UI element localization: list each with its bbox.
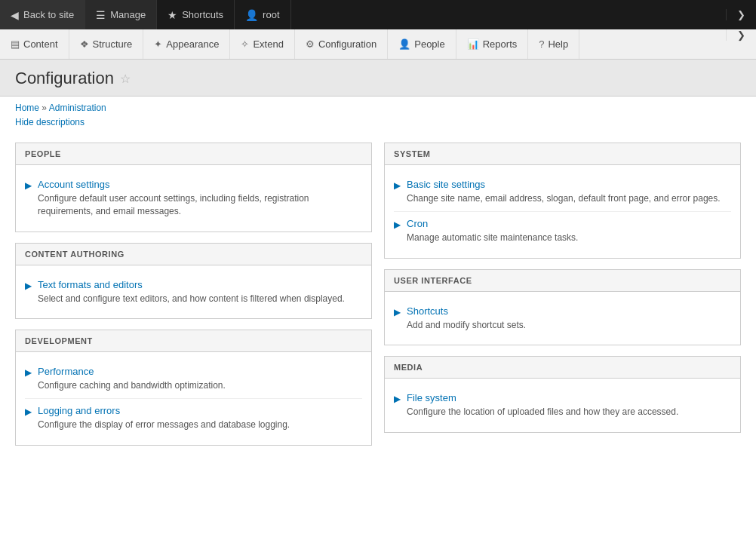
list-item: ▶ Account settings Configure default use… bbox=[25, 173, 362, 224]
extend-label: Extend bbox=[253, 38, 283, 50]
shortcuts-star-icon: ★ bbox=[167, 9, 177, 21]
manage-button[interactable]: ☰ Manage bbox=[85, 0, 157, 29]
config-content: Performance Configure caching and bandwi… bbox=[38, 366, 226, 392]
shortcuts-label: Shortcuts bbox=[182, 9, 223, 20]
manage-icon: ☰ bbox=[96, 9, 106, 21]
logging-errors-desc: Configure the display of error messages … bbox=[38, 419, 290, 431]
basic-site-settings-desc: Change site name, email address, slogan,… bbox=[407, 192, 721, 205]
back-to-site-button[interactable]: ◀ Back to site bbox=[0, 0, 85, 29]
page-title: Configuration ☆ bbox=[15, 69, 741, 88]
section-content-authoring: CONTENT AUTHORING ▶ Text formats and edi… bbox=[15, 243, 372, 320]
nav-right: ❯ bbox=[726, 29, 756, 59]
tab-people[interactable]: 👤 People bbox=[388, 29, 456, 59]
basic-site-settings-link[interactable]: Basic site settings bbox=[407, 179, 485, 190]
nav-expand-icon: ❯ bbox=[737, 29, 745, 41]
performance-link[interactable]: Performance bbox=[38, 366, 94, 377]
reports-icon: 📊 bbox=[467, 38, 479, 50]
logging-errors-link[interactable]: Logging and errors bbox=[38, 405, 120, 416]
section-media: MEDIA ▶ File system Configure the locati… bbox=[384, 356, 741, 433]
user-label: root bbox=[263, 9, 279, 20]
config-content: Cron Manage automatic site maintenance t… bbox=[407, 218, 578, 244]
list-item: ▶ Logging and errors Configure the displ… bbox=[25, 399, 362, 437]
expand-icon: ❯ bbox=[737, 9, 745, 20]
list-item: ▶ File system Configure the location of … bbox=[394, 386, 731, 425]
file-system-desc: Configure the location of uploaded files… bbox=[407, 406, 678, 419]
structure-label: Structure bbox=[93, 38, 133, 50]
account-settings-link[interactable]: Account settings bbox=[38, 179, 109, 190]
breadcrumb: Home » Administration bbox=[0, 97, 756, 116]
cron-link[interactable]: Cron bbox=[407, 218, 428, 229]
configuration-label: Configuration bbox=[318, 38, 376, 50]
page-title-text: Configuration bbox=[15, 69, 114, 88]
help-icon: ? bbox=[539, 38, 544, 50]
structure-icon: ❖ bbox=[80, 38, 89, 50]
nav-tabs: ▤ Content ❖ Structure ✦ Appearance ✧ Ext… bbox=[0, 29, 756, 60]
section-content-authoring-body: ▶ Text formats and editors Select and co… bbox=[16, 265, 371, 319]
appearance-label: Appearance bbox=[166, 38, 219, 50]
hide-descriptions-link[interactable]: Hide descriptions bbox=[15, 117, 85, 127]
arrow-icon: ▶ bbox=[394, 219, 401, 230]
arrow-icon: ▶ bbox=[394, 394, 401, 404]
section-system-body: ▶ Basic site settings Change site name, … bbox=[385, 165, 740, 258]
content-label: Content bbox=[23, 38, 58, 50]
list-item: ▶ Shortcuts Add and modify shortcut sets… bbox=[394, 299, 731, 338]
tab-configuration[interactable]: ⚙ Configuration bbox=[295, 29, 388, 59]
tab-appearance[interactable]: ✦ Appearance bbox=[143, 29, 230, 59]
section-media-body: ▶ File system Configure the location of … bbox=[385, 379, 740, 432]
tab-extend[interactable]: ✧ Extend bbox=[230, 29, 294, 59]
nav-expand-button[interactable]: ❯ bbox=[726, 29, 756, 41]
admin-bar: ◀ Back to site ☰ Manage ★ Shortcuts 👤 ro… bbox=[0, 0, 756, 29]
section-content-authoring-header: CONTENT AUTHORING bbox=[16, 244, 371, 265]
section-development: DEVELOPMENT ▶ Performance Configure cach… bbox=[15, 330, 372, 446]
account-settings-desc: Configure default user account settings,… bbox=[38, 192, 362, 218]
section-development-body: ▶ Performance Configure caching and band… bbox=[16, 352, 371, 445]
file-system-link[interactable]: File system bbox=[407, 392, 456, 403]
section-user-interface: USER INTERFACE ▶ Shortcuts Add and modif… bbox=[384, 269, 741, 346]
performance-desc: Configure caching and bandwidth optimiza… bbox=[38, 379, 226, 392]
list-item: ▶ Performance Configure caching and band… bbox=[25, 360, 362, 399]
arrow-icon: ▶ bbox=[25, 180, 32, 191]
breadcrumb-home-link[interactable]: Home bbox=[15, 103, 39, 113]
shortcuts-link[interactable]: Shortcuts bbox=[407, 305, 448, 317]
help-label: Help bbox=[548, 38, 568, 50]
breadcrumb-admin-link[interactable]: Administration bbox=[49, 103, 106, 113]
section-system: SYSTEM ▶ Basic site settings Change site… bbox=[384, 143, 741, 259]
config-content: Basic site settings Change site name, em… bbox=[407, 179, 721, 205]
arrow-icon: ▶ bbox=[394, 180, 401, 191]
arrow-icon: ▶ bbox=[25, 406, 32, 417]
tab-content[interactable]: ▤ Content bbox=[0, 29, 69, 59]
reports-label: Reports bbox=[483, 38, 518, 50]
list-item: ▶ Basic site settings Change site name, … bbox=[394, 173, 731, 212]
config-content: Account settings Configure default user … bbox=[38, 179, 362, 218]
back-icon: ◀ bbox=[11, 9, 19, 21]
left-column: PEOPLE ▶ Account settings Configure defa… bbox=[15, 143, 372, 446]
text-formats-desc: Select and configure text editors, and h… bbox=[38, 293, 345, 305]
favorite-star-icon[interactable]: ☆ bbox=[120, 72, 131, 86]
page-header: Configuration ☆ bbox=[0, 60, 756, 97]
text-formats-link[interactable]: Text formats and editors bbox=[38, 279, 143, 290]
tab-reports[interactable]: 📊 Reports bbox=[456, 29, 529, 59]
shortcuts-desc: Add and modify shortcut sets. bbox=[407, 319, 526, 332]
config-content: Shortcuts Add and modify shortcut sets. bbox=[407, 305, 526, 332]
section-development-header: DEVELOPMENT bbox=[16, 330, 371, 352]
section-media-header: MEDIA bbox=[385, 357, 740, 379]
tab-help[interactable]: ? Help bbox=[528, 29, 579, 59]
arrow-icon: ▶ bbox=[25, 367, 32, 378]
configuration-icon: ⚙ bbox=[306, 38, 315, 50]
expand-button[interactable]: ❯ bbox=[726, 9, 756, 20]
section-people-header: PEOPLE bbox=[16, 143, 371, 165]
config-content: Text formats and editors Select and conf… bbox=[38, 279, 345, 305]
tab-structure[interactable]: ❖ Structure bbox=[69, 29, 144, 59]
section-user-interface-header: USER INTERFACE bbox=[385, 270, 740, 292]
section-system-header: SYSTEM bbox=[385, 143, 740, 165]
config-content: File system Configure the location of up… bbox=[407, 392, 678, 419]
user-icon: 👤 bbox=[245, 9, 258, 21]
cron-desc: Manage automatic site maintenance tasks. bbox=[407, 232, 578, 244]
arrow-icon: ▶ bbox=[394, 307, 401, 317]
appearance-icon: ✦ bbox=[154, 38, 162, 50]
list-item: ▶ Cron Manage automatic site maintenance… bbox=[394, 212, 731, 250]
hide-descriptions-section: Hide descriptions bbox=[0, 116, 756, 135]
config-content: Logging and errors Configure the display… bbox=[38, 405, 290, 431]
shortcuts-button[interactable]: ★ Shortcuts bbox=[157, 0, 235, 29]
user-button[interactable]: 👤 root bbox=[235, 0, 290, 29]
